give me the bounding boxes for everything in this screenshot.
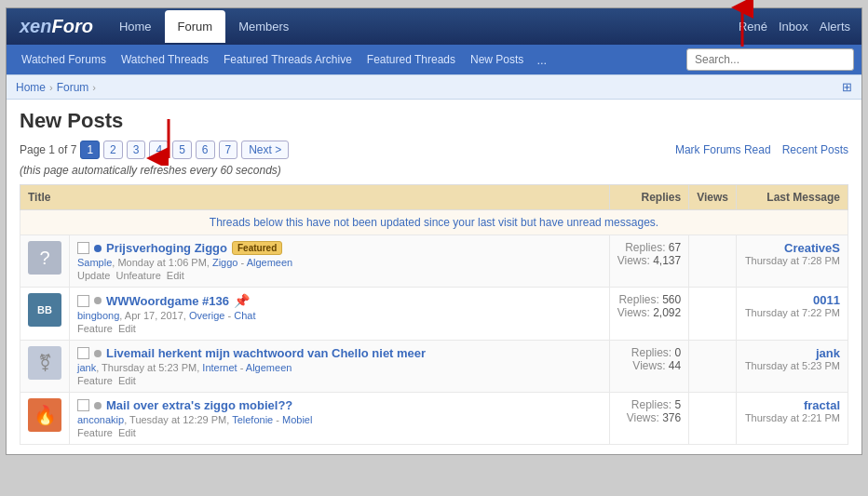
top-navigation: xenForo Home Forum Members René Inbox Al…	[7, 8, 861, 45]
page-btn-7[interactable]: 7	[219, 141, 238, 159]
views-count-2: 2,092	[653, 306, 681, 319]
featured-badge-1: Featured	[232, 241, 282, 255]
thread-forum1-2[interactable]: Overige	[189, 310, 225, 321]
nav-featured-archive[interactable]: Featured Threads Archive	[216, 49, 359, 70]
user-name-link[interactable]: René	[739, 20, 767, 34]
thread-author-4[interactable]: anconakip	[77, 414, 124, 425]
search-container	[686, 48, 854, 71]
recent-posts-link[interactable]: Recent Posts	[782, 143, 848, 156]
nav-watched-forums[interactable]: Watched Forums	[14, 49, 114, 70]
user-nav: René Inbox Alerts	[739, 20, 861, 34]
last-msg-4: fractal Thursday at 2:21 PM	[737, 393, 848, 445]
thread-checkbox-2[interactable]	[77, 295, 89, 307]
page-btn-1[interactable]: 1	[80, 141, 100, 159]
thread-title-row-2: WWWoordgame #136 📌	[77, 293, 602, 308]
thread-forum2-3[interactable]: Algemeen	[246, 362, 292, 373]
action-feature-4[interactable]: Feature	[77, 427, 113, 438]
thread-checkbox-1[interactable]	[77, 242, 89, 254]
replies-views-3: Replies: 0 Views: 44	[609, 341, 689, 393]
nav-featured-threads[interactable]: Featured Threads	[359, 49, 463, 70]
thread-forum1-4[interactable]: Telefonie	[232, 414, 273, 425]
views-label-2: Views:	[617, 306, 650, 319]
action-feature-2[interactable]: Feature	[77, 323, 113, 334]
views-count-3: 44	[669, 359, 681, 372]
thread-forum2-1[interactable]: Algemeen	[247, 257, 293, 268]
action-unfeature-1[interactable]: Unfeature	[115, 270, 160, 281]
thread-meta-4: anconakip, Tuesday at 12:29 PM, Telefoni…	[77, 414, 602, 425]
thread-info-4: Mail over extra's ziggo mobiel?? anconak…	[70, 393, 610, 445]
action-edit-4[interactable]: Edit	[118, 427, 136, 438]
site-logo[interactable]: xenForo	[7, 8, 106, 45]
avatar-1: ?	[28, 241, 61, 275]
views-label-1: Views:	[617, 254, 650, 267]
last-user-1[interactable]: CreativeS	[744, 241, 840, 255]
nav-new-posts[interactable]: New Posts	[463, 49, 531, 70]
action-edit-1[interactable]: Edit	[167, 270, 184, 281]
nav-forum[interactable]: Forum	[165, 10, 226, 43]
last-msg-2: 0011 Thursday at 7:22 PM	[737, 288, 848, 341]
breadcrumb-home[interactable]: Home	[16, 81, 46, 94]
last-user-2[interactable]: 0011	[744, 293, 840, 307]
table-row: 🔥 Mail over extra's ziggo mobiel?? ancon…	[20, 393, 848, 445]
replies-views-1: Replies: 67 Views: 4,137	[609, 235, 689, 288]
last-user-4[interactable]: fractal	[744, 398, 840, 412]
action-update-1[interactable]: Update	[77, 270, 110, 281]
thread-date-1: Monday at 1:06 PM	[117, 257, 206, 268]
nav-members[interactable]: Members	[225, 10, 302, 43]
nav-home[interactable]: Home	[106, 10, 165, 43]
views-label-3: Views:	[632, 359, 665, 372]
thread-title-row-1: Prijsverhoging Ziggo Featured	[77, 241, 602, 255]
thread-title-link-1[interactable]: Prijsverhoging Ziggo	[106, 241, 227, 255]
thread-forum1-1[interactable]: Ziggo	[212, 257, 238, 268]
next-page-btn[interactable]: Next >	[241, 141, 289, 159]
nav-watched-threads[interactable]: Watched Threads	[114, 49, 216, 70]
mark-forums-read-link[interactable]: Mark Forums Read	[675, 143, 771, 156]
thread-checkbox-3[interactable]	[77, 347, 89, 359]
last-user-3[interactable]: jank	[744, 346, 840, 360]
action-edit-2[interactable]: Edit	[118, 323, 136, 334]
breadcrumb-sep2: ›	[92, 82, 96, 93]
inbox-link[interactable]: Inbox	[779, 20, 808, 34]
col-views: Views	[689, 185, 737, 210]
thread-forum2-2[interactable]: Chat	[234, 310, 255, 321]
pin-icon-2: 📌	[234, 293, 250, 308]
thread-author-2[interactable]: bingbong	[77, 310, 119, 321]
views-count-4: 376	[662, 411, 681, 424]
views-label-4: Views:	[627, 411, 659, 424]
page-btn-2[interactable]: 2	[103, 141, 123, 159]
secondary-navigation: Watched Forums Watched Threads Featured …	[7, 45, 861, 74]
pagination-left: Page 1 of 7 1 2 3 4 5 6 7 Next >	[20, 141, 289, 159]
notice-text: Threads below this have not been updated…	[20, 210, 848, 235]
replies-label-3: Replies:	[631, 346, 671, 359]
page-btn-4[interactable]: 4	[149, 141, 169, 159]
search-input[interactable]	[686, 48, 854, 71]
replies-count-4: 5	[675, 398, 682, 411]
nav-more[interactable]: ...	[531, 49, 552, 71]
views-count-1: 4,137	[653, 254, 681, 267]
thread-author-3[interactable]: jank	[77, 362, 96, 373]
thread-title-row-3: Livemail herkent mijn wachtwoord van Che…	[77, 346, 602, 360]
breadcrumb-forum[interactable]: Forum	[57, 81, 89, 94]
page-btn-6[interactable]: 6	[196, 141, 215, 159]
thread-checkbox-4[interactable]	[77, 399, 89, 411]
notice-row: Threads below this have not been updated…	[20, 210, 848, 235]
thread-forum2-4[interactable]: Mobiel	[282, 414, 312, 425]
expand-icon[interactable]: ⊞	[842, 80, 852, 94]
dot-4	[94, 402, 102, 409]
replies-label-4: Replies:	[631, 398, 671, 411]
thread-title-link-2[interactable]: WWWoordgame #136	[106, 294, 229, 308]
last-time-3: Thursday at 5:23 PM	[744, 360, 840, 371]
thread-title-link-4[interactable]: Mail over extra's ziggo mobiel??	[106, 398, 292, 412]
action-edit-3[interactable]: Edit	[118, 375, 136, 386]
action-feature-3[interactable]: Feature	[77, 375, 113, 386]
thread-forum1-3[interactable]: Internet	[202, 362, 237, 373]
avatar-4: 🔥	[28, 398, 61, 432]
page-btn-3[interactable]: 3	[127, 141, 146, 159]
replies-count-1: 67	[669, 241, 681, 254]
thread-title-link-3[interactable]: Livemail herkent mijn wachtwoord van Che…	[106, 346, 426, 360]
alerts-link[interactable]: Alerts	[820, 20, 850, 34]
page-content: New Posts Page 1 of 7 1 2 3 4 5 6 7 Next…	[7, 100, 861, 454]
page-btn-5[interactable]: 5	[172, 141, 192, 159]
thread-author-1[interactable]: Sample	[77, 257, 112, 268]
col-last-message: Last Message	[737, 185, 848, 210]
